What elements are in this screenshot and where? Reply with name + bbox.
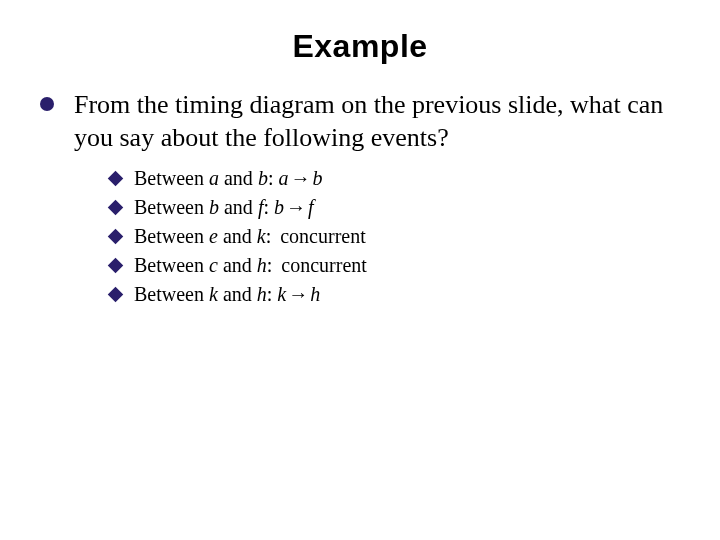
sub-rel-rhs: b	[312, 167, 322, 189]
sub-rel-lhs: k	[277, 283, 286, 305]
arrow-icon: →	[286, 283, 310, 305]
bullet-diamond-icon	[108, 229, 124, 245]
list-item: Between e and k: concurrent	[74, 222, 680, 251]
list-item: Between b and f: b→f	[74, 193, 680, 222]
sub-var-x: b	[209, 196, 219, 218]
main-list: From the timing diagram on the previous …	[40, 89, 680, 309]
sub-var-x: k	[209, 283, 218, 305]
sub-rel-rhs: h	[310, 283, 320, 305]
bullet-circle-icon	[40, 97, 54, 111]
sub-sep: :	[267, 254, 278, 276]
sub-mid: and	[219, 196, 258, 218]
sub-var-y: b	[258, 167, 268, 189]
sub-list: Between a and b: a→b Between b and f: b→…	[74, 164, 680, 309]
sub-var-x: c	[209, 254, 218, 276]
arrow-icon: →	[284, 196, 308, 218]
arrow-icon: →	[288, 167, 312, 189]
sub-sep: :	[263, 196, 274, 218]
sub-mid: and	[218, 254, 257, 276]
sub-prefix: Between	[134, 225, 209, 247]
sub-sep: :	[267, 283, 278, 305]
sub-tail: concurrent	[281, 254, 367, 276]
bullet-diamond-icon	[108, 200, 124, 216]
sub-tail: concurrent	[280, 225, 366, 247]
sub-rel-lhs: b	[274, 196, 284, 218]
sub-prefix: Between	[134, 196, 209, 218]
sub-prefix: Between	[134, 254, 209, 276]
sub-var-y: h	[257, 283, 267, 305]
sub-prefix: Between	[134, 283, 209, 305]
slide-title: Example	[40, 28, 680, 65]
sub-mid: and	[218, 283, 257, 305]
sub-sep: :	[266, 225, 277, 247]
sub-var-x: e	[209, 225, 218, 247]
sub-rel-lhs: a	[278, 167, 288, 189]
bullet-diamond-icon	[108, 171, 124, 187]
sub-var-x: a	[209, 167, 219, 189]
sub-mid: and	[219, 167, 258, 189]
sub-rel-rhs: f	[308, 196, 314, 218]
sub-var-y: k	[257, 225, 266, 247]
bullet-diamond-icon	[108, 287, 124, 303]
list-item: Between c and h: concurrent	[74, 251, 680, 280]
list-item: Between a and b: a→b	[74, 164, 680, 193]
sub-prefix: Between	[134, 167, 209, 189]
main-item: From the timing diagram on the previous …	[40, 89, 680, 309]
list-item: Between k and h: k→h	[74, 280, 680, 309]
bullet-diamond-icon	[108, 258, 124, 274]
slide: Example From the timing diagram on the p…	[0, 0, 720, 359]
sub-mid: and	[218, 225, 257, 247]
sub-sep: :	[268, 167, 279, 189]
main-item-text: From the timing diagram on the previous …	[74, 90, 663, 152]
sub-var-y: h	[257, 254, 267, 276]
